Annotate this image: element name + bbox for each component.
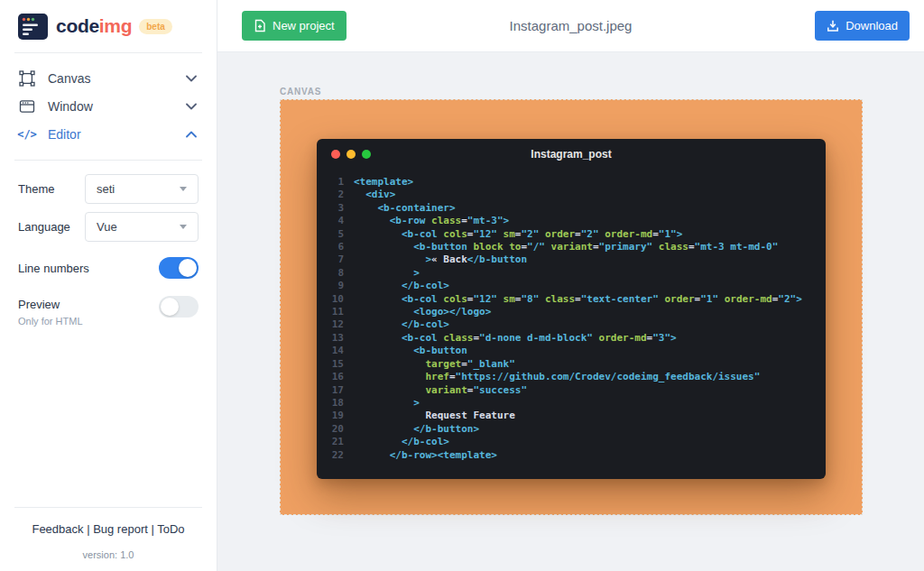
code-text: > [354,267,420,280]
code-text: variant="success" [354,384,527,397]
new-project-button[interactable]: New project [242,11,346,41]
line-number: 20 [329,423,344,436]
preview-hint: Only for HTML [18,316,83,327]
code-text: <b-container> [354,202,456,215]
code-text: Request Feature [354,410,515,422]
sidebar-nav: Canvas Window </> Editor [0,53,217,160]
language-label: Language [18,220,85,234]
code-text: <b-col class="d-none d-md-block" order-m… [354,332,677,345]
code-line: 13 <b-col class="d-none d-md-block" orde… [329,332,818,345]
line-number: 14 [329,345,344,357]
footer-links[interactable]: Feedback | Bug report | ToDo [0,522,217,536]
code-text: </b-button> [354,423,479,436]
sidebar: codeimg beta Canvas [0,0,217,571]
code-line: 10 <b-col cols="12" sm="8" class="text-c… [329,293,818,306]
code-text: <b-col cols="12" sm="8" class="text-cent… [354,293,802,306]
code-text: </b-col> [354,436,449,448]
line-number: 8 [329,267,344,280]
download-button[interactable]: Download [815,11,910,41]
code-line: 5 <b-col cols="12" sm="2" order="2" orde… [329,228,818,241]
theme-select-value: seti [97,182,115,196]
line-number: 13 [329,332,344,345]
code-line: 9 </b-col> [329,280,818,292]
code-line: 16 href="https://github.com/Crodev/codei… [329,371,818,383]
code-text: </b-col> [354,280,449,292]
code-line: 19 Request Feature [329,410,818,422]
canvas-surface[interactable]: Instagram_post 1<template>2 <div>3 <b-co… [280,99,863,515]
language-select[interactable]: Vue [85,212,199,242]
theme-select[interactable]: seti [85,174,199,204]
sidebar-item-window[interactable]: Window [0,92,217,120]
line-number: 18 [329,397,344,410]
sidebar-item-canvas[interactable]: Canvas [0,64,217,92]
line-number: 2 [329,189,344,201]
line-numbers-toggle[interactable] [159,257,199,279]
line-number: 9 [329,280,344,292]
code-line: 8 > [329,267,818,280]
sidebar-item-editor[interactable]: </> Editor [0,120,217,148]
caret-down-icon [180,225,187,229]
line-number: 10 [329,293,344,306]
code-text: </b-col> [354,318,449,331]
line-number: 6 [329,241,344,253]
code-text: <div> [354,189,395,201]
download-icon [827,19,839,32]
line-number: 11 [329,306,344,318]
window-title: Instagram_post [317,148,826,161]
sidebar-footer: Feedback | Bug report | ToDo version: 1.… [0,507,217,560]
main-area: CANVAS Instagram_post 1<template>2 <div>… [217,52,924,571]
code-text: <logo></logo> [354,306,491,318]
code-text: <b-button block to="/" variant="primary"… [354,241,778,253]
canvas-icon [18,70,36,87]
code-line: 2 <div> [329,189,818,201]
code-line: 21 </b-col> [329,436,818,448]
code-line: 12 </b-col> [329,318,818,331]
code-line: 4 <b-row class="mt-3"> [329,215,818,227]
preview-toggle[interactable] [159,296,199,318]
line-number: 15 [329,358,344,371]
code-line: 20 </b-button> [329,423,818,436]
download-label: Download [845,19,898,32]
code-line: 18 > [329,397,818,410]
code-window[interactable]: Instagram_post 1<template>2 <div>3 <b-co… [317,139,826,479]
chevron-up-icon [186,131,197,138]
top-bar: Instagram_post.jpeg New project Download [217,0,924,52]
code-lines[interactable]: 1<template>2 <div>3 <b-container>4 <b-ro… [317,170,826,462]
beta-badge: beta [139,19,172,34]
code-text: <template> [354,176,413,189]
code-text: target="_blank" [354,358,515,371]
code-text: <b-button [354,345,467,357]
code-text: > [354,397,420,410]
line-number: 4 [329,215,344,227]
language-select-value: Vue [97,220,117,234]
line-number: 16 [329,371,344,383]
sidebar-item-label: Canvas [48,71,186,86]
editor-panel: Theme seti Language Vue Line numbers Pre… [0,161,217,327]
code-line: 17 variant="success" [329,384,818,397]
code-line: 11 <logo></logo> [329,306,818,318]
code-text: <b-row class="mt-3"> [354,215,509,227]
line-number: 3 [329,202,344,215]
code-line: 15 target="_blank" [329,358,818,371]
code-text: >« Back</b-button [354,253,527,266]
traffic-light-minimize-icon[interactable] [346,150,356,159]
code-text: <b-col cols="12" sm="2" order="2" order-… [354,228,682,241]
code-text: </b-row><template> [354,449,497,462]
chevron-down-icon [186,103,197,110]
canvas-label: CANVAS [280,87,321,97]
traffic-light-close-icon[interactable] [331,150,340,159]
theme-label: Theme [18,182,85,196]
app-title: codeimg [56,15,132,37]
code-line: 3 <b-container> [329,202,818,215]
sidebar-item-label: Editor [48,127,186,142]
line-number: 7 [329,253,344,266]
code-line: 7 >« Back</b-button [329,253,818,266]
window-icon [18,98,36,115]
logo-icon [18,14,48,40]
line-number: 22 [329,449,344,462]
window-titlebar: Instagram_post [317,139,826,170]
traffic-light-maximize-icon[interactable] [362,150,371,159]
code-line: 1<template> [329,176,818,189]
new-project-label: New project [273,19,335,32]
line-numbers-label: Line numbers [18,262,89,275]
